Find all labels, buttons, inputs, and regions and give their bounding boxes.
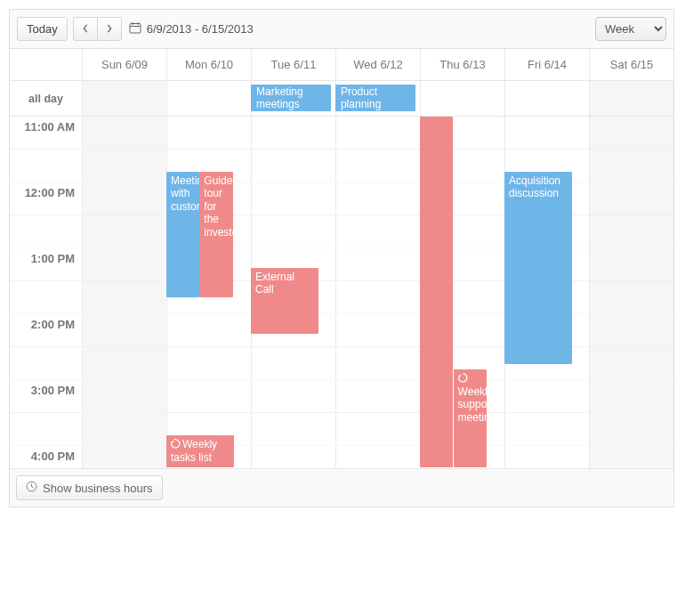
button-label: Show business hours [43,482,153,495]
time-cell[interactable] [589,150,673,182]
time-cell[interactable] [251,117,335,149]
day-header-mon[interactable]: Mon 6/10 [166,49,251,80]
allday-cell[interactable] [504,81,589,116]
today-button[interactable]: Today [17,17,68,41]
chevron-left-icon [82,22,89,36]
time-cell[interactable] [589,413,673,445]
event-weekly-tasks[interactable]: Weekly tasks list [166,435,234,467]
day-header-thu[interactable]: Thu 6/13 [420,49,504,80]
time-cell[interactable] [251,446,335,468]
time-cell[interactable] [82,314,166,346]
time-cell[interactable] [166,117,251,149]
allday-cell[interactable] [82,81,166,116]
event-weekly-support[interactable]: Weekly support meeting [454,369,487,467]
time-row-minor [10,215,673,248]
time-cell[interactable] [82,150,166,182]
allday-event-product-planning[interactable]: Product planning [335,85,415,111]
time-cell[interactable] [589,314,673,346]
time-row-major: 1:00 PM [10,248,673,281]
time-cell[interactable] [82,215,166,247]
nav-button-group [73,17,122,41]
day-header-wed[interactable]: Wed 6/12 [335,49,420,80]
time-cell[interactable] [335,182,420,215]
time-cell[interactable] [166,347,251,379]
recurring-icon [458,373,468,385]
time-cell[interactable] [335,413,420,445]
allday-grid[interactable]: Marketing meetings Product planning [82,81,673,116]
time-cell[interactable] [335,380,420,412]
time-grid[interactable]: 11:00 AM12:00 PM1:00 PM2:00 PM3:00 PM4:0… [10,117,673,468]
time-cell[interactable] [82,380,166,412]
time-cell[interactable] [82,347,166,379]
time-cell[interactable] [589,117,673,149]
allday-label: all day [10,81,82,116]
time-cell[interactable] [335,281,420,313]
time-cell[interactable] [251,182,335,215]
time-label: 1:00 PM [10,248,82,280]
time-cell[interactable] [166,380,251,412]
time-cell[interactable] [589,248,673,280]
date-range-label[interactable]: 6/9/2013 - 6/15/2013 [129,21,254,36]
time-label: 12:00 PM [10,182,82,215]
time-row-major: 3:00 PM [10,380,673,413]
time-cell[interactable] [335,215,420,247]
day-header-fri[interactable]: Fri 6/14 [504,49,589,80]
time-label: 11:00 AM [10,117,82,149]
time-cell[interactable] [504,380,589,412]
event-guided-tour[interactable]: Guided tour for the investors [199,172,232,297]
time-cell[interactable] [589,380,673,412]
day-header-tue[interactable]: Tue 6/11 [251,49,335,80]
time-cell[interactable] [82,182,166,215]
footer: Show business hours [10,468,673,507]
show-business-hours-button[interactable]: Show business hours [16,475,163,500]
time-cell[interactable] [251,380,335,412]
time-cell[interactable] [335,150,420,182]
svg-marker-4 [172,440,174,442]
time-cell[interactable] [251,413,335,445]
svg-marker-5 [458,374,461,377]
allday-event-marketing[interactable]: Marketing meetings [251,85,331,111]
time-cell[interactable] [335,347,420,379]
next-button[interactable] [97,17,122,41]
time-row-minor [10,413,673,446]
allday-cell[interactable] [166,81,251,116]
view-select[interactable]: DayWeekMonthAgenda [595,17,666,41]
allday-cell[interactable] [589,81,673,116]
time-cell[interactable] [504,117,589,149]
time-cell[interactable] [335,117,420,149]
time-cell[interactable] [335,248,420,280]
time-cell[interactable] [82,117,166,149]
allday-cell[interactable] [420,81,504,116]
time-cell[interactable] [166,314,251,346]
prev-button[interactable] [73,17,98,41]
time-cell[interactable] [82,281,166,313]
event-label: Weekly support meeting [458,385,487,424]
time-cell[interactable] [589,215,673,247]
recurring-icon [171,439,181,451]
event-acquisition[interactable]: Acquisition discussion [504,172,572,364]
time-cell[interactable] [335,446,420,468]
time-cell[interactable] [504,413,589,445]
day-header-row: Sun 6/09 Mon 6/10 Tue 6/11 Wed 6/12 Thu … [10,49,673,81]
time-cell[interactable] [335,314,420,346]
event-external-call[interactable]: External Call [251,268,318,334]
time-cell[interactable] [251,215,335,247]
time-cell[interactable] [82,446,166,468]
time-cell[interactable] [82,413,166,445]
scheduler: Today 6/9/2013 - 6/15/2013 DayWeekMonthA… [9,9,674,507]
time-cell[interactable] [589,446,673,468]
time-cell[interactable] [82,248,166,280]
time-label [10,347,82,379]
time-cell[interactable] [251,150,335,182]
day-header-sun[interactable]: Sun 6/09 [82,49,166,80]
time-row-minor [10,150,673,182]
event-meeting-customers[interactable]: Meeting with customers [166,172,199,297]
time-cell[interactable] [589,347,673,379]
time-label [10,281,82,313]
time-cell[interactable] [589,182,673,215]
event-thu-block[interactable] [420,117,453,467]
day-header-sat[interactable]: Sat 6/15 [589,49,673,80]
time-cell[interactable] [251,347,335,379]
time-cell[interactable] [589,281,673,313]
time-cell[interactable] [504,446,589,468]
